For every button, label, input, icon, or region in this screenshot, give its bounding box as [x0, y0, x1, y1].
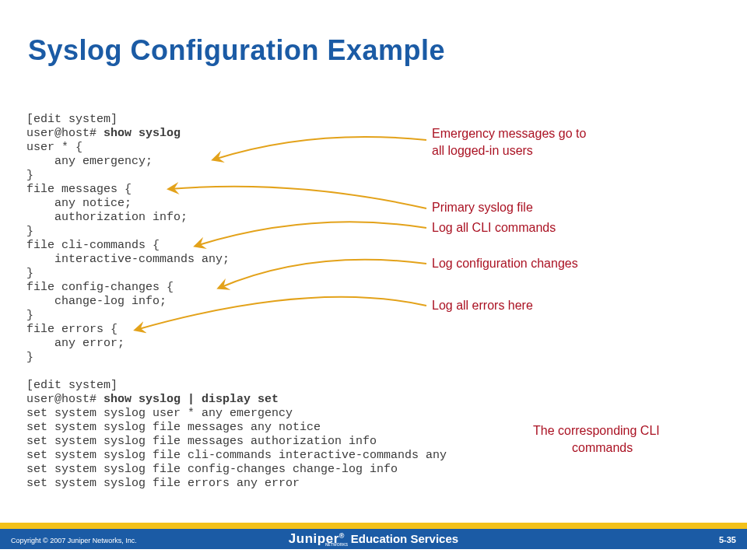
ann-cli-cmds-l1: The corresponding CLI	[533, 424, 660, 438]
ann-emergency-l1: Emergency messages go to	[432, 127, 586, 141]
page-title: Syslog Configuration Example	[28, 34, 445, 67]
ann-emergency-l2: all logged-in users	[432, 144, 533, 158]
page-number: 5-35	[719, 535, 736, 544]
footer-edu: Education Services	[351, 532, 458, 545]
slide: Syslog Configuration Example [edit syste…	[0, 0, 747, 560]
ann-config: Log configuration changes	[432, 257, 578, 271]
logo-reg: ®	[339, 532, 345, 540]
ann-cli: Log all CLI commands	[432, 221, 556, 235]
ann-cli-cmds-l2: commands	[572, 441, 633, 455]
bar-bottom-pad	[0, 549, 747, 560]
ann-primary: Primary syslog file	[432, 201, 533, 215]
bar-accent	[0, 523, 747, 529]
logo-sub: NETWORKS	[325, 542, 348, 547]
code-block: [edit system] user@host# show syslog use…	[26, 113, 447, 491]
ann-errors: Log all errors here	[432, 299, 533, 313]
footer-center: Juniper® Education Services NETWORKS	[0, 531, 747, 547]
